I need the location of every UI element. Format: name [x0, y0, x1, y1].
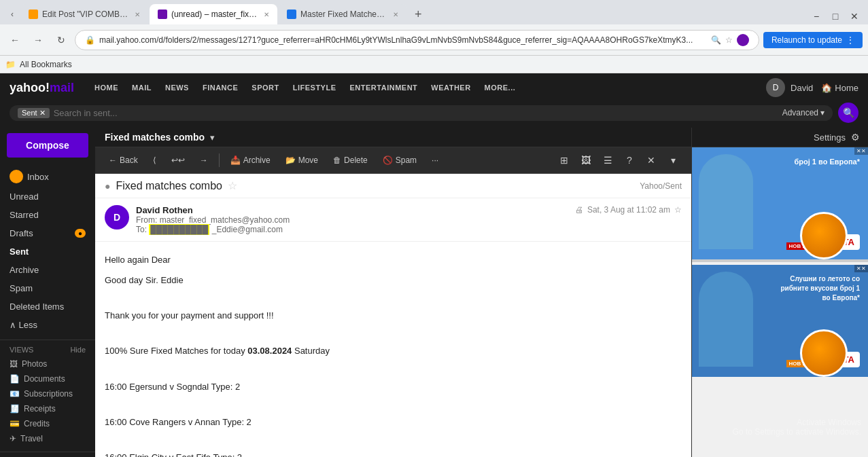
tab-1-close[interactable]: ✕	[135, 11, 140, 18]
sidebar-label-archive: Archive	[10, 265, 39, 275]
nav-sport[interactable]: SPORT	[251, 84, 279, 92]
settings-label[interactable]: Settings	[814, 132, 846, 143]
sidebar-item-archive[interactable]: Archive	[0, 261, 95, 279]
close-email-button[interactable]: ✕	[642, 151, 660, 169]
tab-3-close[interactable]: ✕	[393, 11, 398, 18]
url-text: mail.yahoo.com/d/folders/2/messages/1271…	[99, 35, 707, 45]
search-icon[interactable]: 🔍	[711, 35, 721, 45]
advanced-search-button[interactable]: Advanced ▾	[782, 108, 824, 117]
drafts-badge: ●	[75, 229, 86, 238]
forward-nav-button[interactable]: →	[29, 31, 48, 50]
sidebar-item-starred[interactable]: Starred	[0, 206, 95, 224]
ad-top-close[interactable]: ✕✕	[854, 147, 868, 155]
nav-lifestyle[interactable]: LIFESTYLE	[293, 84, 336, 92]
reply-all-button[interactable]: ↩↩	[167, 153, 189, 167]
ad-bottom-close[interactable]: ✕✕	[854, 265, 868, 272]
prev-email-button[interactable]: ⟨	[149, 153, 160, 167]
chevron-down-icon: ▾	[820, 108, 824, 117]
user-avatar: D	[766, 78, 785, 97]
new-tab-button[interactable]: +	[411, 7, 426, 22]
close-button[interactable]: ✕	[846, 8, 863, 24]
inbox-icon	[10, 170, 23, 183]
prev-icon: ⟨	[153, 156, 156, 165]
home-button[interactable]: 🏠 Home	[821, 83, 858, 93]
url-bar[interactable]: 🔒 mail.yahoo.com/d/folders/2/messages/12…	[75, 30, 759, 50]
all-bookmarks-label[interactable]: All Bookmarks	[20, 60, 72, 69]
tab-scroll-left[interactable]: ‹	[5, 5, 19, 24]
yahoo-nav-row: yahoo!mail HOME MAIL NEWS FINANCE SPORT …	[10, 78, 858, 97]
view-toggle-button[interactable]: ⊞	[555, 151, 573, 169]
nav-more[interactable]: MORE...	[485, 84, 516, 92]
spam-button[interactable]: 🚫 Spam	[379, 153, 421, 167]
back-button[interactable]: ← Back	[105, 153, 142, 167]
tab-2[interactable]: (unread) – master_fixed_matc... ✕	[150, 4, 277, 24]
forward-email-button[interactable]: →	[196, 153, 212, 167]
views-hide-btn[interactable]: Hide	[70, 346, 86, 354]
print-meta-icon[interactable]: 🖨	[575, 205, 583, 215]
email-scroll-area[interactable]: D David Rothen From: master_fixed_matche…	[95, 198, 691, 457]
help-button[interactable]: ?	[621, 151, 638, 169]
tab-3-title: Master Fixed Matches – Footb...	[300, 10, 389, 19]
search-tag[interactable]: Sent ✕	[18, 108, 50, 118]
maximize-button[interactable]: □	[827, 8, 844, 24]
travel-icon: ✈	[10, 434, 16, 443]
nav-finance[interactable]: FINANCE	[203, 84, 238, 92]
nav-mail[interactable]: MAIL	[132, 84, 152, 92]
yahoo-logo: yahoo!mail	[10, 81, 74, 95]
sidebar-item-inbox[interactable]: Inbox	[0, 166, 95, 187]
gear-icon[interactable]: ⚙	[851, 132, 860, 143]
sidebar-item-spam[interactable]: Spam	[0, 279, 95, 297]
sidebar-item-drafts[interactable]: Drafts ●	[0, 224, 95, 242]
sidebar-item-photos[interactable]: 🖼 Photos	[0, 357, 95, 371]
email-star-meta[interactable]: ☆	[674, 205, 682, 215]
ad-top[interactable]: ✕✕ број 1 во Европа* ARGETA	[692, 147, 868, 259]
expand-button[interactable]: ▾	[664, 151, 682, 169]
back-nav-button[interactable]: ←	[5, 31, 24, 50]
sidebar-item-documents[interactable]: 📄 Documents	[0, 371, 95, 386]
toolbar-right: ⊞ 🖼 ☰ ? ✕ ▾	[555, 151, 682, 169]
search-button[interactable]: 🔍	[838, 103, 858, 123]
tab-2-title: (unread) – master_fixed_matc...	[171, 10, 260, 19]
sidebar: Compose Inbox Unread Starred Drafts ●	[0, 128, 95, 457]
delete-button[interactable]: 🗑 Delete	[329, 153, 372, 167]
bookmark-icon[interactable]: ☆	[725, 35, 733, 45]
nav-home[interactable]: HOME	[94, 84, 118, 92]
sidebar-item-deleted[interactable]: Deleted Items	[0, 297, 95, 316]
compose-button[interactable]: Compose	[7, 133, 88, 158]
tab-bar: ‹ Edit Post "VIP COMBO TICKET" ✕ (unread…	[0, 0, 868, 24]
minimize-button[interactable]: −	[808, 8, 824, 24]
archive-label: Archive	[243, 156, 271, 165]
reload-button[interactable]: ↻	[52, 31, 71, 50]
relaunch-button[interactable]: Relaunch to update ⋮	[763, 32, 863, 48]
sidebar-item-receipts[interactable]: 🧾 Receipts	[0, 401, 95, 416]
email-toolbar: ← Back ⟨ ↩↩ →	[95, 147, 691, 174]
sidebar-item-subscriptions[interactable]: 📧 Subscriptions	[0, 386, 95, 401]
user-area[interactable]: D David	[766, 78, 813, 97]
move-button[interactable]: 📂 Move	[281, 153, 322, 167]
tab-3[interactable]: Master Fixed Matches – Footb... ✕	[279, 4, 406, 24]
more-button[interactable]: ···	[428, 153, 442, 167]
extension-icon[interactable]	[737, 34, 749, 46]
search-bar-wrapper[interactable]: Sent ✕ Advanced ▾	[10, 105, 833, 121]
search-tag-close[interactable]: ✕	[39, 109, 46, 117]
ad-bottom[interactable]: ✕✕ Слушни го летото со рибните вкусови б…	[692, 265, 868, 377]
nav-news[interactable]: NEWS	[165, 84, 189, 92]
photo-button[interactable]: 🖼	[577, 151, 595, 169]
print-button[interactable]: ☰	[599, 151, 617, 169]
nav-entertainment[interactable]: ENTERTAINMENT	[350, 84, 418, 92]
views-title: Views	[10, 346, 33, 354]
tab-2-close[interactable]: ✕	[264, 11, 269, 18]
sidebar-item-sent[interactable]: Sent	[0, 242, 95, 261]
archive-button[interactable]: 📥 Archive	[226, 153, 275, 167]
sidebar-item-less[interactable]: ∧ Less	[0, 316, 95, 334]
nav-weather[interactable]: WEATHER	[431, 84, 470, 92]
tab-1[interactable]: Edit Post "VIP COMBO TICKET" ✕	[20, 4, 148, 24]
folder-dropdown-icon[interactable]: ▾	[210, 132, 215, 143]
sidebar-item-credits[interactable]: 💳 Credits	[0, 416, 95, 431]
reply-all-icon: ↩↩	[171, 156, 185, 165]
search-input[interactable]	[54, 108, 778, 118]
sidebar-item-unread[interactable]: Unread	[0, 187, 95, 206]
star-button[interactable]: ☆	[228, 179, 237, 192]
sidebar-item-travel[interactable]: ✈ Travel	[0, 431, 95, 446]
win-controls: − □ ✕	[808, 8, 863, 24]
